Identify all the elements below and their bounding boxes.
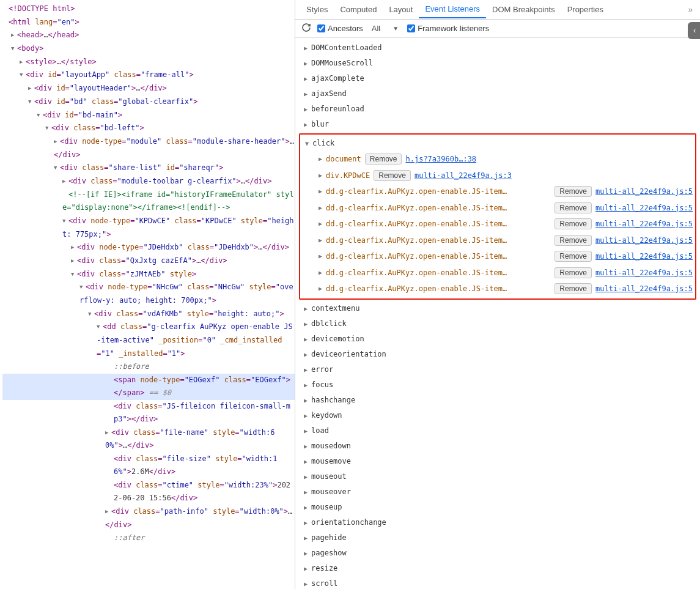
listener-row[interactable]: dd.g-clearfix.AuPKyz.open-enable.JS-item… (300, 281, 695, 297)
dom-ctime[interactable]: <div class="ctime" style="width:23%">202… (2, 479, 295, 505)
remove-button[interactable]: Remove (374, 170, 411, 181)
dom-zjmtaeb[interactable]: <div class="zJMtAEb" style> (2, 268, 295, 281)
event-dommousescroll[interactable]: DOMMouseScroll (295, 56, 700, 71)
chevron-down-icon: ▼ (392, 25, 399, 32)
event-listeners-list[interactable]: DOMContentLoaded DOMMouseScroll ajaxComp… (295, 38, 700, 589)
dom-bd[interactable]: <div id="bd" class="global-clearfix"> (2, 95, 295, 109)
listener-row[interactable]: dd.g-clearfix.AuPKyz.open-enable.JS-item… (300, 248, 695, 265)
ancestors-checkbox[interactable]: Ancestors (317, 24, 363, 33)
event-keydown[interactable]: keydown (295, 408, 700, 423)
dom-qxjxtg[interactable]: <div class="QxJxtg cazEfA">…</div> (2, 254, 295, 268)
remove-button[interactable]: Remove (554, 186, 592, 197)
scope-select[interactable]: All ▼ (369, 23, 401, 34)
event-devicemotion[interactable]: devicemotion (295, 332, 700, 347)
source-link[interactable]: multi-all_22e4f9a.js:5 (595, 282, 693, 296)
dom-before[interactable]: ::before (2, 360, 295, 374)
framework-listeners-checkbox[interactable]: Framework listeners (407, 24, 489, 33)
dom-ie-comment[interactable]: <!--[if IE]><iframe id="historyIFrameEmu… (2, 188, 295, 215)
remove-button[interactable]: Remove (554, 202, 592, 213)
tab-computed[interactable]: Computed (334, 1, 383, 18)
listener-row[interactable]: documentRemoveh.js?7a3960b…:38 (300, 151, 695, 168)
source-link[interactable]: multi-all_22e4f9a.js:3 (414, 169, 512, 183)
dom-head[interactable]: <head>…</head> (2, 29, 295, 42)
event-resize[interactable]: resize (295, 561, 700, 576)
dom-jdehdxb[interactable]: <div node-type="JDeHdxb" class="JDeHdxb"… (2, 241, 295, 254)
source-link[interactable]: multi-all_22e4f9a.js:5 (595, 266, 693, 280)
dom-style[interactable]: <style>…</style> (2, 56, 295, 69)
event-contextmenu[interactable]: contextmenu (295, 301, 700, 316)
event-orientationchange[interactable]: orientationchange (295, 515, 700, 530)
event-focus[interactable]: focus (295, 377, 700, 393)
dom-layoutheader[interactable]: <div id="layoutHeader">…</div> (2, 82, 295, 95)
source-link[interactable]: multi-all_22e4f9a.js:5 (595, 217, 693, 231)
dom-kpdwce[interactable]: <div node-type="KPDwCE" class="KPDwCE" s… (2, 215, 295, 241)
remove-button[interactable]: Remove (554, 251, 592, 262)
dom-html[interactable]: <html lang="en"> (2, 16, 295, 29)
sidebar-panel: Styles Computed Layout Event Listeners D… (295, 0, 700, 589)
event-ajaxcomplete[interactable]: ajaxComplete (295, 71, 700, 86)
dom-vdafkmb[interactable]: <div class="vdAfKMb" style="height: auto… (2, 308, 295, 321)
event-pageshow[interactable]: pageshow (295, 546, 700, 561)
event-mousedown[interactable]: mousedown (295, 439, 700, 454)
event-scroll[interactable]: scroll (295, 576, 700, 590)
drawer-collapse-handle[interactable]: ‹ (688, 22, 700, 39)
source-link[interactable]: multi-all_22e4f9a.js:5 (595, 201, 693, 215)
event-blur[interactable]: blur (295, 117, 700, 132)
listener-row[interactable]: dd.g-clearfix.AuPKyz.open-enable.JS-item… (300, 200, 695, 217)
dom-fileicon[interactable]: <div class="JS-fileicon fileicon-small-m… (2, 400, 295, 426)
event-error[interactable]: error (295, 362, 700, 377)
event-mouseover[interactable]: mouseover (295, 484, 700, 500)
elements-dom-tree[interactable]: <!DOCTYPE html> <html lang="en"> <head>…… (0, 0, 295, 589)
event-mouseout[interactable]: mouseout (295, 469, 700, 484)
remove-button[interactable]: Remove (554, 218, 592, 229)
source-link[interactable]: multi-all_22e4f9a.js:5 (595, 234, 693, 248)
refresh-icon[interactable] (301, 23, 311, 34)
dom-layoutapp[interactable]: <div id="layoutApp" class="frame-all"> (2, 69, 295, 82)
dom-dd[interactable]: <dd class="g-clearfix AuPKyz open-enable… (2, 320, 295, 360)
source-link[interactable]: multi-all_22e4f9a.js:5 (595, 185, 693, 199)
dom-share-list[interactable]: <div class="share-list" id="shareqr"> (2, 161, 295, 175)
remove-button[interactable]: Remove (554, 267, 592, 278)
listener-row[interactable]: dd.g-clearfix.AuPKyz.open-enable.JS-item… (300, 183, 695, 200)
event-load[interactable]: load (295, 423, 700, 439)
ancestors-label: Ancestors (328, 24, 363, 33)
remove-button[interactable]: Remove (554, 283, 592, 294)
dom-filesize[interactable]: <div class="file-size" style="width:16%"… (2, 453, 295, 479)
dom-span-selected[interactable]: <span node-type="EOGexf" class="EOGexf">… (2, 374, 295, 400)
event-ajaxsend[interactable]: ajaxSend (295, 86, 700, 102)
listener-row[interactable]: dd.g-clearfix.AuPKyz.open-enable.JS-item… (300, 232, 695, 249)
tab-dom-breakpoints[interactable]: DOM Breakpoints (486, 1, 561, 18)
listener-row[interactable]: div.KPDwCERemovemulti-all_22e4f9a.js:3 (300, 168, 695, 184)
event-mouseup[interactable]: mouseup (295, 500, 700, 515)
tab-properties[interactable]: Properties (561, 1, 610, 18)
source-link[interactable]: multi-all_22e4f9a.js:5 (595, 250, 693, 264)
dom-body[interactable]: <body> (2, 42, 295, 56)
dom-module-share[interactable]: <div node-type="module" class="module-sh… (2, 135, 295, 161)
source-link[interactable]: h.js?7a3960b…:38 (405, 152, 476, 166)
tab-event-listeners[interactable]: Event Listeners (419, 1, 486, 18)
event-mousemove[interactable]: mousemove (295, 454, 700, 469)
remove-button[interactable]: Remove (554, 235, 592, 246)
more-tabs-icon[interactable]: » (686, 2, 695, 17)
click-event-highlight: click documentRemoveh.js?7a3960b…:38 div… (299, 133, 696, 300)
dom-after[interactable]: ::after (2, 532, 295, 545)
event-dblclick[interactable]: dblclick (295, 316, 700, 332)
event-hashchange[interactable]: hashchange (295, 393, 700, 408)
dom-nhcgw[interactable]: <div node-type="NHcGw" class="NHcGw" sty… (2, 281, 295, 307)
event-beforeunload[interactable]: beforeunload (295, 102, 700, 117)
tab-styles[interactable]: Styles (300, 1, 334, 18)
dom-bd-left[interactable]: <div class="bd-left"> (2, 122, 295, 135)
tab-layout[interactable]: Layout (383, 1, 419, 18)
event-click[interactable]: click (300, 136, 695, 151)
dom-module-toolbar[interactable]: <div class="module-toolbar g-clearfix">…… (2, 175, 295, 188)
dom-filename[interactable]: <div class="file-name" style="width:60%"… (2, 426, 295, 453)
listener-row[interactable]: dd.g-clearfix.AuPKyz.open-enable.JS-item… (300, 216, 695, 232)
dom-pathinfo[interactable]: <div class="path-info" style="width:0%">… (2, 505, 295, 532)
event-pagehide[interactable]: pagehide (295, 530, 700, 546)
remove-button[interactable]: Remove (365, 154, 402, 165)
listener-row[interactable]: dd.g-clearfix.AuPKyz.open-enable.JS-item… (300, 265, 695, 281)
event-domcontentloaded[interactable]: DOMContentLoaded (295, 40, 700, 56)
dom-doctype[interactable]: <!DOCTYPE html> (2, 2, 295, 16)
event-deviceorientation[interactable]: deviceorientation (295, 347, 700, 362)
dom-bd-main[interactable]: <div id="bd-main"> (2, 109, 295, 122)
